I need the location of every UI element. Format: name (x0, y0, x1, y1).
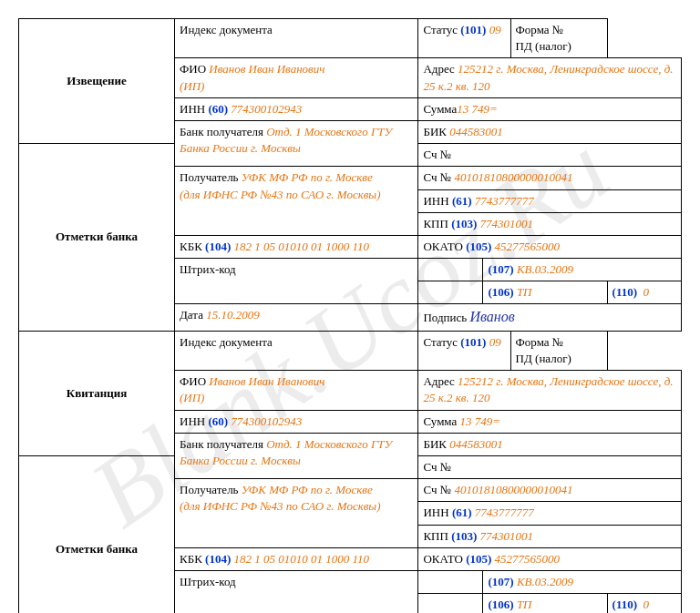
bank-marks2: Отметки банка (19, 455, 175, 613)
payment-form: Извещение Индекс документа Статус (101) … (18, 18, 682, 613)
sch-empty2: Сч № (418, 455, 682, 478)
date-value: 15.10.2009 (206, 308, 260, 322)
addr-value: 125212 г. Москва, Ленинградское шоссе, д… (423, 62, 673, 92)
inn60-cell: ИНН (60) 774300102943 (175, 97, 418, 120)
code-103: (103) (451, 217, 477, 230)
inn61-cell: ИНН (61) 7743777777 (418, 189, 682, 212)
fio-cell2: ФИО Иванов Иван Иванович(ИП) (175, 371, 418, 410)
code-61: (61) (452, 194, 472, 208)
bank-cell2: Банк получателя Отд. 1 Московского ГТУ Б… (175, 433, 418, 478)
sum-label: Сумма (423, 102, 457, 116)
code-105: (105) (466, 240, 491, 253)
empty1 (418, 259, 483, 281)
kbk-cell: КБК (104) 182 1 05 01010 01 1000 110 (175, 235, 418, 258)
bik-cell: БИК 044583001 (418, 120, 682, 143)
schno-cell2: Сч № 40101810800000010041 (418, 479, 682, 502)
schno-label: Сч № (423, 170, 451, 184)
form-num: Форма № ПД (налог) (510, 19, 607, 58)
empty3 (418, 570, 483, 593)
recv-label: Получатель (180, 170, 239, 184)
code-60: (60) (208, 102, 228, 116)
fio-value: Иванов Иван Иванович (209, 62, 324, 76)
inn61-cell2: ИНН (61) 7743777777 (418, 502, 682, 525)
status-cell: Статус (101) 09 (418, 19, 510, 58)
form-num2: Форма № ПД (налог) (510, 331, 607, 370)
sch-empty: Сч № (418, 144, 682, 167)
c106-cell: (106) ТП (483, 281, 607, 304)
c106-value: ТП (517, 285, 532, 299)
okato-cell: ОКАТО (105) 45277565000 (418, 235, 682, 258)
doc-index2: Индекс документа (175, 331, 418, 370)
inn61-value: 7743777777 (475, 194, 534, 208)
kbk-label: КБК (180, 240, 202, 253)
fio-cell: ФИО Иванов Иван Иванович(ИП) (175, 58, 418, 97)
bik-value: 044583001 (449, 125, 503, 138)
okato-value: 45277565000 (495, 240, 561, 253)
empty2 (418, 281, 483, 304)
bank-cell: Банк получателя Отд. 1 Московского ГТУ Б… (175, 120, 418, 166)
bank-label: Банк получателя (180, 125, 263, 138)
c107-cell: (107) КВ.03.2009 (483, 259, 682, 281)
code-104: (104) (205, 240, 231, 253)
c107-value: КВ.03.2009 (517, 262, 573, 276)
barcode-cell: Штрих-код (175, 259, 418, 304)
schno-cell: Сч № 40101810800000010041 (418, 167, 682, 189)
barcode-cell2: Штрих-код (175, 570, 418, 613)
addr-cell: Адрес 125212 г. Москва, Ленинградское шо… (418, 58, 682, 97)
ip-value: (ИП) (180, 79, 204, 93)
sum-cell: Сумма13 749= (418, 97, 682, 120)
bank-marks: Отметки банка (19, 144, 175, 332)
kbk-cell2: КБК (104) 182 1 05 01010 01 1000 110 (175, 547, 418, 570)
date-label: Дата (180, 308, 203, 322)
bik-cell2: БИК 044583001 (418, 433, 682, 455)
code-110: (110) (612, 285, 637, 299)
recv2-value: (для ИФНС РФ №43 по САО г. Москвы) (180, 188, 381, 201)
fio-label: ФИО (180, 62, 206, 76)
c110-value: 0 (643, 285, 650, 299)
recv-value: УФК МФ РФ по г. Москве (242, 170, 373, 184)
date-cell: Дата 15.10.2009 (175, 304, 418, 331)
c110-cell2: (110) 0 (607, 594, 681, 613)
sum-cell2: Сумма 13 749= (418, 410, 682, 433)
receipt-title: Квитанция (19, 331, 175, 455)
addr-label: Адрес (423, 62, 454, 76)
okato-label: ОКАТО (423, 240, 462, 253)
c107-cell2: (107) КВ.03.2009 (483, 570, 682, 593)
inn60-cell2: ИНН (60) 774300102943 (175, 410, 418, 433)
code-106: (106) (488, 285, 513, 299)
okato-cell2: ОКАТО (105) 45277565000 (418, 547, 682, 570)
inn61-label: ИНН (423, 194, 448, 208)
sum-value: 13 749= (457, 102, 498, 116)
doc-index: Индекс документа (175, 19, 418, 58)
c106-cell2: (106) ТП (483, 594, 607, 613)
inn60-value: 774300102943 (231, 102, 302, 116)
c110-cell: (110) 0 (607, 281, 681, 304)
recv-cell2: Получатель УФК МФ РФ по г. Москве(для ИФ… (175, 479, 418, 548)
recv-cell: Получатель УФК МФ РФ по г. Москве(для ИФ… (175, 167, 418, 236)
empty4 (418, 594, 483, 613)
kpp-label: КПП (423, 217, 448, 230)
kpp-cell2: КПП (103) 774301001 (418, 525, 682, 547)
notice-title: Извещение (19, 19, 175, 144)
code-101: (101) (460, 23, 486, 36)
sign-label: Подпись (423, 311, 467, 324)
schno-value: 40101810800000010041 (454, 170, 572, 184)
sign-cell: Подпись Иванов (418, 304, 682, 331)
addr-cell2: Адрес 125212 г. Москва, Ленинградское шо… (418, 371, 682, 410)
status-value: 09 (489, 23, 501, 36)
inn60-label: ИНН (180, 102, 205, 116)
status-label: Статус (423, 23, 458, 36)
kpp-value: 774301001 (480, 217, 534, 230)
bik-label: БИК (423, 125, 447, 138)
code-107: (107) (488, 262, 513, 276)
kbk-value: 182 1 05 01010 01 1000 110 (233, 240, 369, 253)
status-cell2: Статус (101) 09 (418, 331, 510, 370)
kpp-cell: КПП (103) 774301001 (418, 212, 682, 235)
signature: Иванов (469, 309, 514, 324)
